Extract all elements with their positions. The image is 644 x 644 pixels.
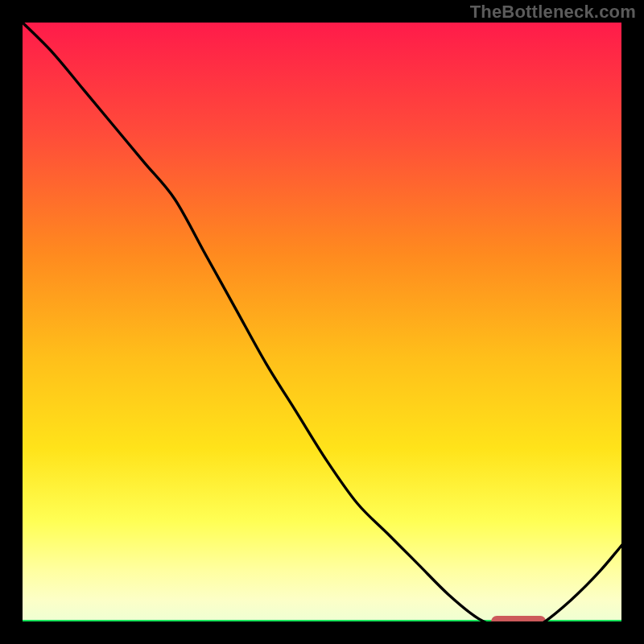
plot-background xyxy=(23,23,631,631)
watermark-text: TheBottleneck.com xyxy=(470,2,636,23)
chart-container: TheBottleneck.com xyxy=(0,0,644,644)
bottleneck-chart xyxy=(0,0,644,644)
